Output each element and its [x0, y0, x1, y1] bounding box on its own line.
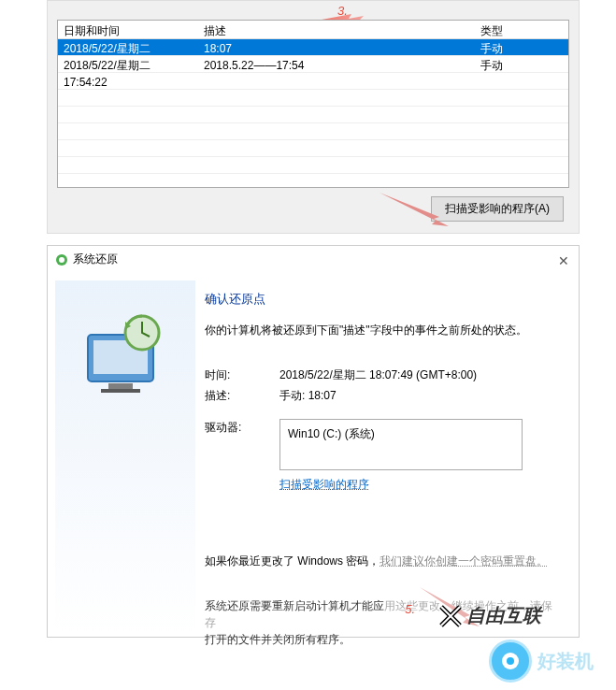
create-password-disk-link[interactable]: 我们建议你创建一个密码重置盘。 [380, 554, 548, 568]
scan-affected-link[interactable]: 扫描受影响的程序 [279, 478, 369, 491]
close-icon[interactable]: ✕ [558, 253, 569, 268]
dialog-title: 系统还原 [73, 252, 118, 267]
empty-row [58, 107, 568, 123]
confirm-restore-heading: 确认还原点 [205, 290, 556, 309]
cell-datetime: 2018/5/22/星期二 17:54:22 [58, 56, 198, 72]
dialog-body: 确认还原点 你的计算机将被还原到下面"描述"字段中的事件之前所处的状态。 时间:… [48, 273, 579, 655]
dialog-titlebar: 系统还原 ✕ [48, 246, 579, 273]
empty-row [58, 157, 568, 174]
password-notice: 如果你最近更改了 Windows 密码，我们建议你创建一个密码重置盘。 [205, 553, 556, 569]
desc-row: 描述: 手动: 18:07 [205, 387, 556, 404]
empty-row [58, 73, 568, 90]
desc-value: 手动: 18:07 [279, 387, 556, 404]
restore-description: 你的计算机将被还原到下面"描述"字段中的事件之前所处的状态。 [205, 322, 556, 338]
drive-item[interactable]: Win10 (C:) (系统) [288, 427, 375, 440]
cell-type: 手动 [475, 56, 568, 72]
table-row[interactable]: 2018/5/22/星期二 18:07:49 18:07 手动 [58, 39, 568, 56]
cell-description: 2018.5.22——17:54 [198, 56, 475, 72]
scan-affected-programs-button[interactable]: 扫描受影响的程序(A) [431, 196, 564, 222]
col-datetime[interactable]: 日期和时间 [58, 21, 198, 38]
system-restore-icon [55, 253, 68, 266]
wizard-sidebar-image [55, 280, 195, 636]
time-value: 2018/5/22/星期二 18:07:49 (GMT+8:00) [279, 367, 556, 383]
cell-datetime: 2018/5/22/星期二 18:07:49 [58, 39, 198, 55]
time-row: 时间: 2018/5/22/星期二 18:07:49 (GMT+8:00) [205, 367, 556, 383]
empty-row [58, 90, 568, 107]
cell-type: 手动 [475, 39, 568, 55]
drives-listbox[interactable]: Win10 (C:) (系统) [279, 419, 523, 470]
password-text: 如果你最近更改了 Windows 密码， [205, 554, 380, 568]
step-3-label: 3. [337, 4, 348, 18]
monitor-clock-icon [79, 309, 172, 402]
restore-points-panel: 3. 日期和时间 描述 类型 2018/5/22/星期二 18:07:49 18… [47, 0, 580, 234]
cell-description: 18:07 [198, 39, 475, 55]
col-type[interactable]: 类型 [475, 21, 568, 38]
restore-points-table: 日期和时间 描述 类型 2018/5/22/星期二 18:07:49 18:07… [57, 20, 569, 188]
drive-label: 驱动器: [205, 419, 279, 436]
empty-row [58, 140, 568, 157]
restart-notice: 系统还原需要重新启动计算机才能应用这些更改。继续操作之前，请保存 打开的文件并关… [205, 597, 556, 648]
desc-label: 描述: [205, 387, 279, 404]
dialog-content: 确认还原点 你的计算机将被还原到下面"描述"字段中的事件之前所处的状态。 时间:… [195, 280, 571, 648]
svg-point-3 [59, 257, 64, 263]
table-row[interactable]: 2018/5/22/星期二 17:54:22 2018.5.22——17:54 … [58, 56, 568, 73]
empty-row [58, 123, 568, 140]
svg-rect-6 [108, 383, 133, 389]
system-restore-dialog: 系统还原 ✕ 确认还原点 你的计算机将被还原到下面"描述"字段中的事件之前所处的… [47, 245, 580, 638]
svg-rect-7 [101, 389, 140, 393]
step-5-label: 5. [405, 602, 415, 616]
table-header: 日期和时间 描述 类型 [58, 21, 568, 39]
time-label: 时间: [205, 367, 279, 383]
drive-row: 驱动器: Win10 (C:) (系统) 扫描受影响的程序 [205, 419, 556, 493]
col-description[interactable]: 描述 [198, 21, 475, 38]
